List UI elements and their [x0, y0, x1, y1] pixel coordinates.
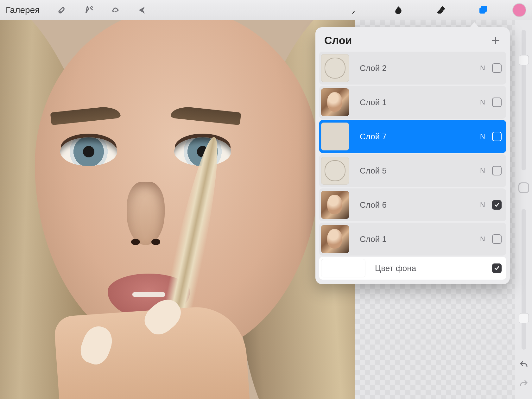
layer-name-label: Слой 7: [360, 132, 480, 142]
eyedropper-button[interactable]: [518, 182, 529, 193]
blend-mode-letter[interactable]: N: [480, 201, 485, 209]
layer-name-label: Цвет фона: [375, 263, 492, 273]
layer-thumbnail: [321, 123, 349, 150]
layer-visibility-toggle[interactable]: [492, 200, 502, 210]
adjustments-icon[interactable]: [79, 1, 98, 20]
layer-visibility-toggle[interactable]: [492, 234, 502, 244]
layers-icon[interactable]: [474, 1, 493, 20]
actions-icon[interactable]: [53, 1, 72, 20]
layer-row[interactable]: Слой 5N: [319, 154, 506, 187]
layer-row[interactable]: Слой 6N: [319, 188, 506, 221]
blend-mode-letter[interactable]: N: [480, 132, 485, 141]
blend-mode-letter[interactable]: N: [480, 64, 485, 72]
layer-name-label: Слой 1: [360, 98, 480, 107]
layer-visibility-toggle[interactable]: [492, 166, 502, 175]
opacity-slider[interactable]: [522, 209, 526, 350]
blend-mode-letter[interactable]: N: [480, 98, 485, 106]
layer-name-label: Слой 5: [360, 166, 480, 176]
layer-row[interactable]: Слой 2N: [319, 52, 506, 85]
layer-visibility-toggle[interactable]: [492, 263, 502, 273]
layer-thumbnail: [321, 157, 349, 185]
layer-visibility-toggle[interactable]: [492, 132, 502, 141]
layers-panel: Слои Слой 2NСлой 1NСлой 7NСлой 5NСлой 6N…: [315, 27, 510, 284]
background-layer-row[interactable]: Цвет фона: [319, 257, 506, 280]
side-rail: [515, 20, 532, 399]
gallery-button[interactable]: Галерея: [6, 5, 40, 15]
layer-name-label: Слой 1: [360, 234, 480, 244]
layer-row[interactable]: Слой 7N: [319, 120, 506, 153]
canvas[interactable]: [0, 20, 355, 399]
layer-visibility-toggle[interactable]: [492, 98, 502, 107]
add-layer-button[interactable]: [490, 35, 501, 46]
brush-icon[interactable]: [346, 1, 365, 20]
layer-name-label: Слой 6: [360, 200, 480, 210]
layer-thumbnail: [321, 54, 349, 82]
artwork-portrait: [0, 20, 355, 399]
brush-size-slider[interactable]: [522, 30, 526, 170]
layer-thumbnail: [321, 225, 349, 253]
layer-row[interactable]: Слой 1N: [319, 86, 506, 119]
smudge-icon[interactable]: [389, 1, 408, 20]
layer-thumbnail: [321, 259, 365, 277]
layer-visibility-toggle[interactable]: [492, 63, 502, 73]
svg-rect-3: [481, 6, 487, 12]
undo-icon[interactable]: [518, 359, 529, 370]
layer-name-label: Слой 2: [360, 63, 480, 73]
brush-size-thumb[interactable]: [519, 55, 529, 65]
transform-icon[interactable]: [133, 1, 152, 20]
color-swatch[interactable]: [512, 3, 526, 17]
selection-icon[interactable]: [106, 1, 125, 20]
top-toolbar: Галерея: [0, 0, 532, 20]
layer-thumbnail: [321, 191, 349, 219]
opacity-thumb[interactable]: [519, 313, 529, 323]
layers-list: Слой 2NСлой 1NСлой 7NСлой 5NСлой 6NСлой …: [315, 52, 510, 280]
layer-row[interactable]: Слой 1N: [319, 223, 506, 256]
layer-thumbnail: [321, 88, 349, 116]
blend-mode-letter[interactable]: N: [480, 167, 485, 175]
eraser-icon[interactable]: [431, 1, 450, 20]
blend-mode-letter[interactable]: N: [480, 235, 485, 243]
svg-point-0: [60, 12, 61, 13]
redo-icon[interactable]: [518, 378, 529, 390]
layers-panel-title: Слои: [324, 34, 352, 47]
